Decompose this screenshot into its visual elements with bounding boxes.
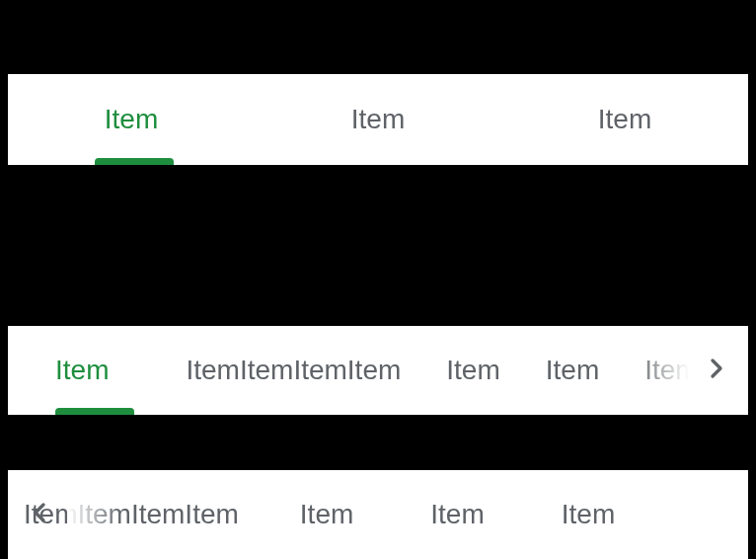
tab-label: Item bbox=[546, 355, 599, 386]
tab-label: Item bbox=[351, 104, 405, 135]
tab-item[interactable]: Item bbox=[542, 470, 635, 559]
tab-label: Item bbox=[55, 355, 109, 386]
tab-indicator bbox=[95, 158, 174, 165]
tab-label: Item bbox=[105, 104, 158, 135]
fixed-tab-bar: Item Item Item bbox=[8, 74, 748, 165]
scroll-right-button[interactable] bbox=[699, 353, 734, 388]
tab-label: Item bbox=[598, 104, 651, 135]
scrollable-tab-bar: ItemItemItemItem Item Item Item bbox=[8, 470, 748, 559]
tab-label: Item bbox=[644, 355, 689, 386]
tab-item[interactable]: Item bbox=[442, 326, 503, 415]
tab-item[interactable]: Item bbox=[255, 74, 501, 165]
tab-item[interactable]: Item bbox=[641, 326, 689, 415]
tab-item[interactable]: Item bbox=[411, 470, 503, 559]
tab-item[interactable]: Item bbox=[542, 326, 603, 415]
tab-item[interactable]: Item bbox=[501, 74, 748, 165]
tab-label: Item bbox=[446, 355, 499, 386]
tab-item[interactable]: ItemItemItemItem bbox=[182, 326, 405, 415]
tab-item[interactable]: ItemItemItemItem bbox=[20, 470, 243, 559]
tab-indicator bbox=[55, 408, 134, 415]
tab-item[interactable]: Item bbox=[20, 326, 144, 415]
tab-item[interactable]: Item bbox=[8, 74, 255, 165]
tab-item[interactable]: Item bbox=[280, 470, 373, 559]
tab-label: Item bbox=[430, 499, 484, 530]
tab-label: Item bbox=[300, 499, 353, 530]
tab-label: ItemItemItemItem bbox=[186, 355, 401, 386]
scrollable-tab-bar: Item ItemItemItemItem Item Item Item bbox=[8, 326, 748, 415]
tab-label: ItemItemItemItem bbox=[24, 499, 239, 530]
tab-label: Item bbox=[562, 499, 615, 530]
chevron-right-icon bbox=[701, 353, 732, 388]
